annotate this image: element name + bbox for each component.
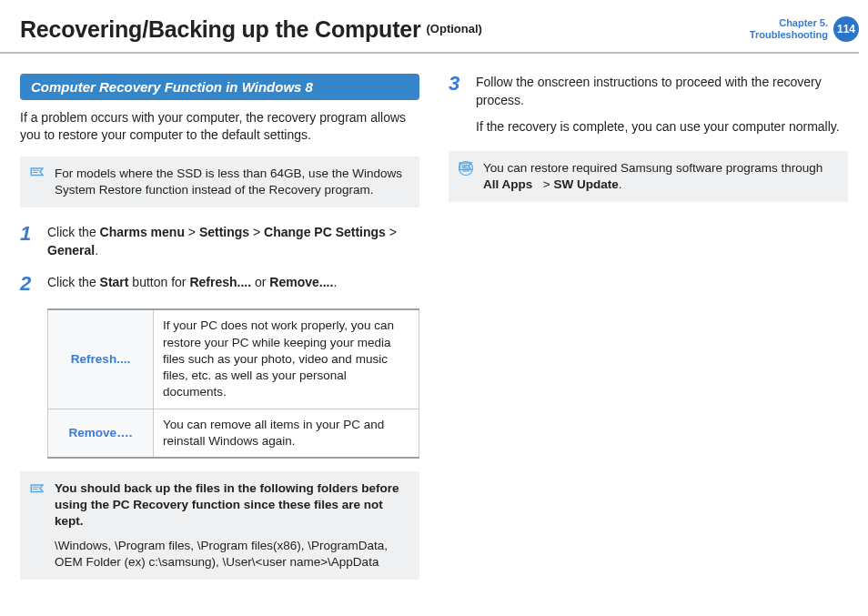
note-icon	[29, 166, 45, 182]
step-1-gt3: >	[386, 225, 397, 239]
step-1-pre: Click the	[47, 225, 100, 239]
options-table: Refresh.... If your PC does not work pro…	[47, 308, 419, 459]
page-title: Recovering/Backing up the Computer	[20, 16, 421, 43]
step-2-start: Start	[100, 275, 129, 289]
step-2-body: Click the Start button for Refresh.... o…	[47, 274, 419, 294]
remove-desc: You can remove all items in your PC and …	[154, 409, 419, 458]
header-right: Chapter 5. Troubleshooting 114	[750, 16, 859, 42]
step-3-body: Follow the onscreen instructions to proc…	[476, 74, 848, 136]
chapter-label: Chapter 5. Troubleshooting	[750, 17, 828, 40]
refresh-desc: If your PC does not work properly, you c…	[154, 309, 419, 409]
step-3-line2: If the recovery is complete, you can use…	[476, 118, 848, 136]
step-1-gt1: >	[185, 225, 199, 239]
step-2-number: 2	[20, 274, 36, 294]
step-2: 2 Click the Start button for Refresh....…	[20, 274, 419, 294]
step-2-refresh: Refresh....	[189, 275, 251, 289]
chapter-line1: Chapter 5.	[750, 17, 828, 29]
section-intro: If a problem occurs with your computer, …	[20, 109, 419, 144]
left-column: Computer Recovery Function in Windows 8 …	[20, 74, 419, 580]
page-number-badge: 114	[833, 16, 859, 42]
step-3-number: 3	[449, 74, 465, 136]
page-number: 114	[837, 23, 855, 35]
step-1-number: 1	[20, 224, 36, 259]
step-1: 1 Click the Charms menu > Settings > Cha…	[20, 224, 419, 259]
sw-note-allapps: All Apps	[483, 177, 532, 191]
step-1-post: .	[95, 243, 98, 258]
right-column: 3 Follow the onscreen instructions to pr…	[449, 74, 848, 580]
step-1-body: Click the Charms menu > Settings > Chang…	[47, 224, 419, 259]
backup-note: You should back up the files in the foll…	[20, 471, 419, 580]
refresh-key: Refresh....	[48, 309, 154, 409]
sw-note-gt: >	[543, 177, 554, 191]
page-header: Recovering/Backing up the Computer (Opti…	[0, 0, 859, 54]
chapter-line2: Troubleshooting	[750, 29, 828, 41]
table-row: Refresh.... If your PC does not work pro…	[48, 309, 419, 409]
sw-note-pre: You can restore required Samsung softwar…	[483, 161, 823, 175]
remove-key: Remove….	[48, 409, 154, 458]
note-icon	[29, 482, 45, 499]
backup-note-bold: You should back up the files in the foll…	[55, 481, 399, 528]
step-2-post: .	[333, 275, 337, 289]
step-1-settings: Settings	[199, 225, 249, 239]
step-1-change-pc: Change PC Settings	[264, 225, 386, 239]
step-2-mid1: button for	[128, 275, 189, 289]
ssd-note: For models where the SSD is less than 64…	[20, 157, 419, 207]
step-1-charms: Charms menu	[100, 225, 185, 239]
section-heading: Computer Recovery Function in Windows 8	[20, 74, 419, 100]
step-2-pre: Click the	[47, 275, 100, 289]
step-2-mid2: or	[251, 275, 269, 289]
step-3: 3 Follow the onscreen instructions to pr…	[449, 74, 848, 136]
table-row: Remove…. You can remove all items in you…	[48, 409, 419, 458]
backup-note-paths: \Windows, \Program files, \Program files…	[55, 538, 409, 571]
step-1-gt2: >	[249, 225, 264, 239]
sw-update-note: You can restore required Samsung softwar…	[449, 151, 848, 202]
content-columns: Computer Recovery Function in Windows 8 …	[0, 54, 868, 580]
page-title-optional: (Optional)	[427, 22, 482, 35]
step-2-remove: Remove....	[269, 275, 333, 289]
ssd-note-text: For models where the SSD is less than 64…	[55, 167, 402, 197]
sw-note-post: .	[619, 177, 622, 191]
step-3-line1: Follow the onscreen instructions to proc…	[476, 74, 848, 109]
sw-note-swupdate: SW Update	[553, 177, 618, 191]
step-1-general: General	[47, 243, 95, 258]
